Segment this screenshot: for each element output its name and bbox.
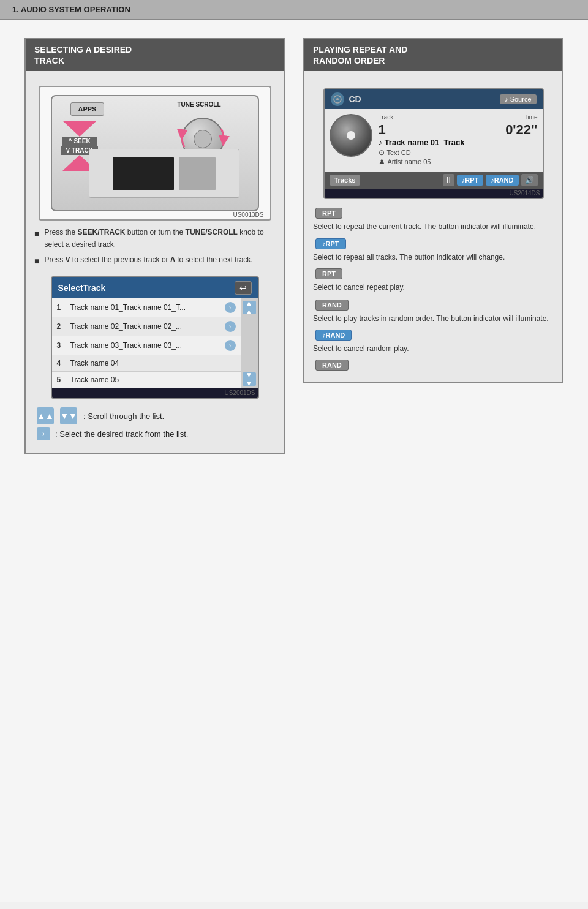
- down-arrow[interactable]: [62, 121, 97, 137]
- seek-label[interactable]: ^ SEEK: [62, 137, 97, 146]
- cd-info: Track Time 1 0'22" ♪ Track name 01_Track: [379, 114, 538, 167]
- rpt-btn-row-3: RPT: [315, 268, 554, 279]
- detail-arrow-button[interactable]: ›: [37, 427, 50, 440]
- cd-disc-center: [347, 131, 355, 140]
- cd-controls: Tracks II ♪RPT ♪RAND: [325, 172, 543, 189]
- bullet-icon-a: ■: [34, 254, 39, 268]
- cd-text-cd: ⊙ Text CD: [379, 148, 538, 157]
- controller-image: APPS TUNE SCROLL ^ SEEK V TRACK: [39, 86, 271, 221]
- cd-time-value: 0'22": [505, 122, 537, 138]
- scroll-down-icon[interactable]: ▼▼: [60, 407, 77, 424]
- select-track-img-ref: US2001DS: [52, 388, 258, 398]
- cd-track-name: ♪ Track name 01_Track: [379, 138, 538, 147]
- st-body: 1 Track name 01_Track name 01_T... › 2 T…: [52, 298, 258, 388]
- rpt-desc-2: Select to repeat all tracks. The button …: [313, 252, 554, 263]
- cd-screen-img-ref: US2014DS: [325, 189, 543, 198]
- bullet-1: ■ Press the SEEK/TRACK button or turn th…: [34, 227, 275, 250]
- scroll-down-button[interactable]: ▼▼: [243, 372, 256, 386]
- rand-desc-1: Select to play tracks in random order. T…: [313, 313, 554, 325]
- cd-track-num-time: 1 0'22": [379, 122, 538, 138]
- select-track-title: SELECTING A DESIRED TRACK: [26, 39, 284, 71]
- track-arrow-3[interactable]: ›: [225, 340, 236, 351]
- st-scrollbar: ▲▲ ▼▼: [241, 298, 258, 388]
- bullet-icon-v: ■: [34, 227, 39, 250]
- track-arrow-2[interactable]: ›: [225, 321, 236, 332]
- table-row[interactable]: 3 Track name 03_Track name 03_... ›: [52, 336, 241, 355]
- volume-button[interactable]: 🔊: [521, 174, 538, 186]
- rpt-description: RPT Select to repeat the current track. …: [313, 208, 554, 293]
- rand-btn-row-2: ♪RAND: [315, 330, 554, 341]
- nav-icons-row: ▲▲ ▼▼ : Scroll through the list.: [37, 407, 275, 424]
- cd-header: CD ♪ Source: [325, 89, 543, 109]
- right-column: PLAYING REPEAT AND RANDOM ORDER CD: [303, 38, 564, 395]
- rpt-btn-row-1: RPT: [315, 208, 554, 219]
- rand-inactive-mini-button[interactable]: RAND: [315, 360, 349, 371]
- car-display-area: [89, 149, 239, 198]
- cd-body: Track Time 1 0'22" ♪ Track name 01_Track: [325, 109, 543, 172]
- table-row[interactable]: 4 Track name 04: [52, 355, 241, 372]
- st-screen-title: SelectTrack: [58, 283, 106, 293]
- repeat-random-body: CD ♪ Source Trac: [304, 71, 562, 382]
- rand-desc-2: Select to cancel random play.: [313, 343, 554, 355]
- rpt-btn-row-2: ♪RPT: [315, 238, 554, 249]
- controller-img-ref: US0013DS: [233, 211, 266, 218]
- rand-mini-button[interactable]: RAND: [315, 300, 349, 311]
- select-track-screen: SelectTrack ↩ 1 Track name 01_Track name…: [51, 276, 259, 399]
- pause-button[interactable]: II: [443, 174, 454, 186]
- cd-player-screen: CD ♪ Source Trac: [323, 88, 544, 199]
- tracks-button[interactable]: Tracks: [330, 175, 361, 186]
- rpt-mini-button[interactable]: RPT: [315, 208, 342, 219]
- st-header: SelectTrack ↩: [52, 277, 258, 298]
- rand-description: RAND Select to play tracks in random ord…: [313, 300, 554, 371]
- page-content: SELECTING A DESIRED TRACK APPS TUNE S: [0, 20, 588, 902]
- rand-button[interactable]: ♪RAND: [486, 175, 518, 186]
- left-column: SELECTING A DESIRED TRACK APPS TUNE S: [24, 38, 285, 466]
- detail-nav-row: › : Select the desired track from the li…: [37, 427, 275, 440]
- rpt-active-mini-button[interactable]: ♪RPT: [315, 238, 346, 249]
- cd-artist: ♟ Artist name 05: [379, 157, 538, 166]
- rand-btn-row-3: RAND: [315, 360, 554, 371]
- scroll-up-icon[interactable]: ▲▲: [37, 407, 54, 424]
- track-arrow-1[interactable]: ›: [225, 302, 236, 313]
- scroll-up-button[interactable]: ▲▲: [243, 301, 256, 314]
- controller-background: APPS TUNE SCROLL ^ SEEK V TRACK: [51, 95, 259, 211]
- svg-point-1: [336, 98, 339, 100]
- cd-icons: CD: [331, 92, 361, 106]
- table-row[interactable]: 5 Track name 05: [52, 372, 241, 388]
- st-track-list: 1 Track name 01_Track name 01_T... › 2 T…: [52, 298, 241, 388]
- repeat-random-section: PLAYING REPEAT AND RANDOM ORDER CD: [303, 38, 564, 383]
- header-title: 1. AUDIO SYSTEM OPERATION: [12, 5, 130, 14]
- select-track-body: APPS TUNE SCROLL ^ SEEK V TRACK: [26, 71, 284, 453]
- two-column-layout: SELECTING A DESIRED TRACK APPS TUNE S: [24, 38, 564, 466]
- cd-format-label: CD: [349, 94, 361, 104]
- rand-btn-row-1: RAND: [315, 300, 554, 311]
- cd-circle-icon: [331, 92, 344, 106]
- source-button[interactable]: ♪ Source: [500, 94, 536, 104]
- body-text-1: ■ Press the SEEK/TRACK button or turn th…: [34, 227, 275, 268]
- rpt-inactive-mini-button[interactable]: RPT: [315, 268, 342, 279]
- rpt-desc-1: Select to repeat the current track. The …: [313, 221, 554, 233]
- cd-track-time-labels: Track Time: [379, 114, 538, 121]
- cd-disc-image: [330, 114, 372, 157]
- cd-track-number: 1: [379, 122, 386, 138]
- rand-active-mini-button[interactable]: ♪RAND: [315, 330, 352, 341]
- table-row[interactable]: 2 Track name 02_Track name 02_... ›: [52, 317, 241, 336]
- rpt-button[interactable]: ♪RPT: [457, 175, 484, 186]
- repeat-random-title: PLAYING REPEAT AND RANDOM ORDER: [304, 39, 562, 71]
- rpt-desc-3: Select to cancel repeat play.: [313, 282, 554, 293]
- table-row[interactable]: 1 Track name 01_Track name 01_T... ›: [52, 298, 241, 317]
- tune-scroll-label: TUNE SCROLL: [177, 101, 221, 108]
- page-header: 1. AUDIO SYSTEM OPERATION: [0, 0, 588, 20]
- select-track-section: SELECTING A DESIRED TRACK APPS TUNE S: [24, 38, 285, 454]
- apps-label: APPS: [70, 102, 105, 116]
- display-screen: [113, 157, 174, 190]
- bullet-2: ■ Press V to select the previous track o…: [34, 254, 275, 268]
- st-back-button[interactable]: ↩: [235, 281, 252, 295]
